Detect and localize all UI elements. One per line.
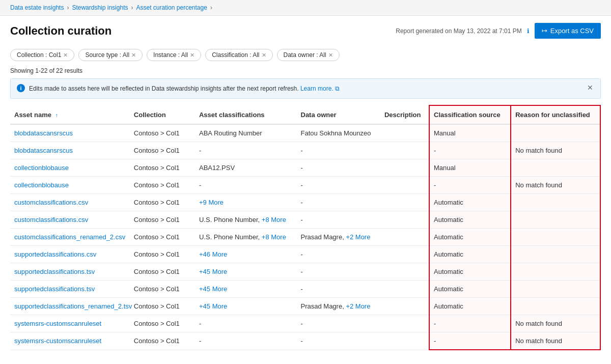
cell-asset-classifications: +46 More xyxy=(195,246,297,263)
breadcrumb: Data estate insights › Stewardship insig… xyxy=(0,0,611,16)
asset-name-link[interactable]: customclassifications_renamed_2.csv xyxy=(14,233,125,241)
cell-data-owner: Prasad Magre, +2 More xyxy=(297,298,380,315)
cell-asset-name: systemsrs-customscanruleset xyxy=(10,315,130,332)
filter-close-icon: ✕ xyxy=(262,52,266,59)
cell-asset-name: customclassifications.csv xyxy=(10,211,130,229)
data-table: Asset name ↑ Collection Asset classifica… xyxy=(10,105,601,350)
col-header-reason-unclassified[interactable]: Reason for unclassified xyxy=(511,105,600,124)
breadcrumb-data-estate[interactable]: Data estate insights xyxy=(10,4,64,11)
cell-asset-classifications: +45 More xyxy=(195,298,297,315)
cell-asset-name: blobdatascansrscus xyxy=(10,142,130,159)
asset-name-link[interactable]: supportedclassifications_renamed_2.tsv xyxy=(14,302,132,310)
cell-description xyxy=(380,315,429,332)
cell-asset-name: blobdatascansrscus xyxy=(10,124,130,142)
filter-instance[interactable]: Instance : All ✕ xyxy=(147,49,201,61)
cell-description xyxy=(380,194,429,211)
cell-description xyxy=(380,263,429,281)
col-header-asset-name[interactable]: Asset name ↑ xyxy=(10,105,130,124)
classifications-more-link[interactable]: +46 More xyxy=(199,250,227,258)
cell-asset-name: customclassifications.csv xyxy=(10,194,130,211)
asset-name-link[interactable]: collectionblobause xyxy=(14,181,69,189)
asset-name-link[interactable]: blobdatascansrscus xyxy=(14,147,73,154)
cell-description xyxy=(380,298,429,315)
cell-asset-classifications: - xyxy=(195,332,297,350)
cell-asset-classifications: - xyxy=(195,315,297,332)
asset-name-link[interactable]: systemsrs-customscanruleset xyxy=(14,320,101,327)
page-header: Collection curation Report generated on … xyxy=(0,16,611,44)
filter-source-type[interactable]: Source type : All ✕ xyxy=(78,49,143,61)
cell-collection: Contoso > Col1 xyxy=(130,246,195,263)
breadcrumb-asset-curation[interactable]: Asset curation percentage xyxy=(136,4,207,11)
col-header-classification-source[interactable]: Classification source xyxy=(429,105,511,124)
cell-classification-source: Automatic xyxy=(429,298,511,315)
cell-classification-source: - xyxy=(429,142,511,159)
cell-asset-name: collectionblobause xyxy=(10,177,130,194)
cell-collection: Contoso > Col1 xyxy=(130,332,195,350)
breadcrumb-stewardship[interactable]: Stewardship insights xyxy=(72,4,128,11)
cell-asset-classifications: +45 More xyxy=(195,263,297,281)
col-header-asset-classifications[interactable]: Asset classifications xyxy=(195,105,297,124)
classifications-more-link[interactable]: +45 More xyxy=(199,285,227,293)
cell-asset-classifications: - xyxy=(195,142,297,159)
filter-collection[interactable]: Collection : Col1 ✕ xyxy=(10,49,74,61)
cell-data-owner: Prasad Magre, +2 More xyxy=(297,229,380,246)
info-banner: i Edits made to assets here will be refl… xyxy=(10,78,601,99)
banner-close-button[interactable]: ✕ xyxy=(586,84,594,91)
asset-name-link[interactable]: blobdatascansrscus xyxy=(14,129,73,137)
asset-name-link[interactable]: collectionblobause xyxy=(14,164,69,172)
cell-reason-unclassified: No match found xyxy=(511,332,600,350)
cell-data-owner: - xyxy=(297,315,380,332)
owner-more-link[interactable]: +2 More xyxy=(346,302,370,310)
classifications-more-link[interactable]: +8 More xyxy=(262,216,286,223)
cell-collection: Contoso > Col1 xyxy=(130,194,195,211)
asset-name-link[interactable]: supportedclassifications.tsv xyxy=(14,268,95,275)
cell-description xyxy=(380,177,429,194)
table-row: systemsrs-customscanrulesetContoso > Col… xyxy=(10,315,600,332)
cell-reason-unclassified xyxy=(511,263,600,281)
table-row: supportedclassifications_renamed_2.tsvCo… xyxy=(10,298,600,315)
classifications-more-link[interactable]: +8 More xyxy=(262,233,286,241)
owner-more-link[interactable]: +2 More xyxy=(346,233,370,241)
cell-reason-unclassified xyxy=(511,281,600,298)
cell-classification-source: - xyxy=(429,332,511,350)
asset-name-link[interactable]: customclassifications.csv xyxy=(14,199,88,206)
cell-data-owner: - xyxy=(297,177,380,194)
asset-name-link[interactable]: supportedclassifications.tsv xyxy=(14,285,95,293)
report-timestamp: Report generated on May 13, 2022 at 7:01… xyxy=(396,27,522,35)
cell-reason-unclassified xyxy=(511,124,600,142)
asset-name-link[interactable]: customclassifications.csv xyxy=(14,216,88,223)
cell-description xyxy=(380,229,429,246)
result-count: Showing 1-22 of 22 results xyxy=(0,66,611,78)
cell-asset-classifications: +9 More xyxy=(195,194,297,211)
sort-icon: ↑ xyxy=(55,112,59,118)
cell-reason-unclassified xyxy=(511,246,600,263)
classifications-more-link[interactable]: +45 More xyxy=(199,268,227,275)
export-csv-button[interactable]: ↦ Export as CSV xyxy=(535,23,601,39)
cell-classification-source: - xyxy=(429,315,511,332)
col-header-data-owner[interactable]: Data owner xyxy=(297,105,380,124)
table-header-row: Asset name ↑ Collection Asset classifica… xyxy=(10,105,600,124)
cell-description xyxy=(380,159,429,177)
filter-data-owner[interactable]: Data owner : All ✕ xyxy=(277,49,340,61)
col-header-collection[interactable]: Collection xyxy=(130,105,195,124)
filter-close-icon: ✕ xyxy=(190,52,195,59)
cell-data-owner: Fatou Sokhna Mounzeo xyxy=(297,124,380,142)
export-icon: ↦ xyxy=(542,27,547,35)
asset-name-link[interactable]: systemsrs-customscanruleset xyxy=(14,337,101,345)
cell-reason-unclassified: No match found xyxy=(511,177,600,194)
cell-collection: Contoso > Col1 xyxy=(130,211,195,229)
table-row: blobdatascansrscusContoso > Col1ABA Rout… xyxy=(10,124,600,142)
page-title: Collection curation xyxy=(10,24,112,38)
cell-classification-source: Manual xyxy=(429,159,511,177)
learn-more-link[interactable]: Learn more. ⧉ xyxy=(300,85,340,92)
classifications-more-link[interactable]: +9 More xyxy=(199,199,224,206)
col-header-description[interactable]: Description xyxy=(380,105,429,124)
cell-classification-source: - xyxy=(429,177,511,194)
filter-classification[interactable]: Classification : All ✕ xyxy=(205,49,272,61)
cell-collection: Contoso > Col1 xyxy=(130,281,195,298)
data-table-container: Asset name ↑ Collection Asset classifica… xyxy=(0,105,611,350)
cell-asset-classifications: U.S. Phone Number, +8 More xyxy=(195,211,297,229)
classifications-more-link[interactable]: +45 More xyxy=(199,302,227,310)
asset-name-link[interactable]: supportedclassifications.csv xyxy=(14,250,96,258)
cell-collection: Contoso > Col1 xyxy=(130,315,195,332)
